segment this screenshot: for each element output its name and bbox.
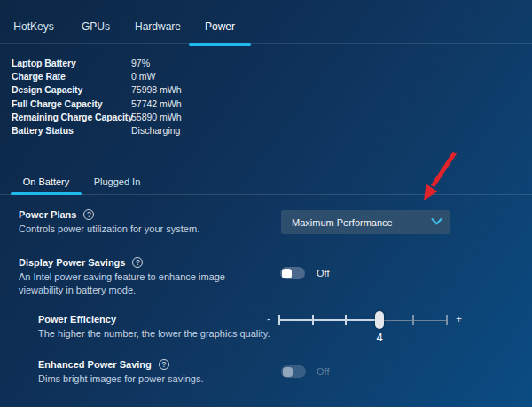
help-icon[interactable]: ? (83, 209, 94, 220)
slider-tick (345, 315, 347, 325)
battery-row-value: Discharging (131, 125, 180, 136)
enhanced-power-saving-section: Enhanced Power Saving ? Dims bright imag… (38, 359, 203, 386)
power-plan-dropdown[interactable]: Maximum Performance (281, 210, 450, 234)
power-efficiency-slider[interactable]: - 4 + (266, 309, 466, 345)
table-row: Full Charge Capacity 57742 mWh (12, 97, 133, 110)
enhanced-power-saving-toggle-state: Off (317, 365, 329, 378)
display-power-savings-description: An Intel power saving feature to enhance… (19, 270, 260, 296)
slider-minus-label: - (267, 313, 270, 325)
tab-hardware[interactable]: Hardware (127, 0, 189, 44)
battery-row-value: 55890 mWh (131, 112, 182, 122)
subtab-label: Plugged In (94, 176, 141, 187)
slider-track-active[interactable] (279, 319, 379, 321)
power-plans-description: Controls power utilization for your syst… (19, 223, 200, 236)
subtab-plugged-in[interactable]: Plugged In (82, 168, 153, 195)
battery-info-table: Laptop Battery 97% Charge Rate 0 mW Desi… (12, 56, 133, 137)
battery-row-label: Full Charge Capacity (12, 98, 102, 109)
table-row: Laptop Battery 97% (12, 56, 133, 69)
display-power-savings-section: Display Power Savings ? An Intel power s… (19, 257, 260, 296)
tab-gpus[interactable]: GPUs (65, 0, 127, 44)
power-settings-panel: HotKeys GPUs Hardware Power Laptop Batte… (0, 0, 532, 407)
slider-tick (278, 315, 280, 325)
battery-row-value: 0 mW (131, 71, 155, 82)
tab-label: Hardware (135, 20, 181, 33)
tab-label: GPUs (82, 20, 110, 33)
enhanced-power-saving-description: Dims bright images for power savings. (38, 372, 203, 386)
battery-row-label: Battery Status (12, 125, 74, 136)
tab-label: Power (205, 20, 235, 33)
subtab-on-battery[interactable]: On Battery (11, 168, 82, 195)
power-plan-selected-value: Maximum Performance (292, 217, 393, 228)
battery-row-label: Laptop Battery (12, 58, 76, 68)
battery-row-value: 97% (131, 58, 150, 68)
toggle-knob (283, 367, 293, 377)
help-icon[interactable]: ? (159, 359, 169, 370)
slider-tick (412, 315, 414, 325)
main-tab-bar: HotKeys GPUs Hardware Power (0, 0, 532, 44)
power-plans-section: Power Plans ? Controls power utilization… (19, 209, 200, 236)
battery-row-value: 57742 mWh (131, 98, 182, 109)
table-row: Design Capacity 75998 mWh (12, 83, 133, 97)
slider-value: 4 (372, 331, 387, 344)
power-mode-subtabs: On Battery Plugged In (11, 168, 153, 195)
slider-tick (446, 315, 448, 325)
display-power-savings-toggle-state: Off (317, 267, 329, 279)
toggle-knob (282, 269, 293, 278)
tab-power[interactable]: Power (189, 0, 251, 44)
slider-tick (312, 315, 314, 325)
power-plans-title: Power Plans (19, 209, 76, 220)
table-row: Charge Rate 0 mW (12, 69, 133, 82)
power-efficiency-description: The higher the number, the lower the gra… (38, 327, 270, 340)
help-icon[interactable]: ? (132, 257, 143, 268)
table-row: Battery Status Discharging (12, 123, 133, 137)
display-power-savings-title: Display Power Savings (19, 257, 125, 268)
table-row: Remaining Charge Capacity 55890 mWh (12, 110, 133, 123)
chevron-down-icon (431, 217, 442, 228)
power-efficiency-title: Power Efficiency (38, 314, 116, 325)
power-efficiency-section: Power Efficiency The higher the number, … (38, 314, 270, 340)
display-power-savings-toggle[interactable] (280, 267, 305, 279)
battery-row-label: Charge Rate (12, 71, 66, 82)
slider-handle[interactable] (375, 311, 384, 329)
tab-hotkeys[interactable]: HotKeys (3, 0, 65, 44)
tab-label: HotKeys (13, 20, 53, 33)
enhanced-power-saving-title: Enhanced Power Saving (38, 359, 152, 370)
subtab-label: On Battery (23, 176, 70, 187)
section-divider (0, 145, 532, 145)
battery-row-value: 75998 mWh (131, 84, 182, 95)
battery-row-label: Remaining Charge Capacity (12, 112, 133, 122)
enhanced-power-saving-toggle (281, 365, 306, 378)
slider-plus-label: + (456, 313, 462, 325)
battery-row-label: Design Capacity (12, 84, 82, 95)
